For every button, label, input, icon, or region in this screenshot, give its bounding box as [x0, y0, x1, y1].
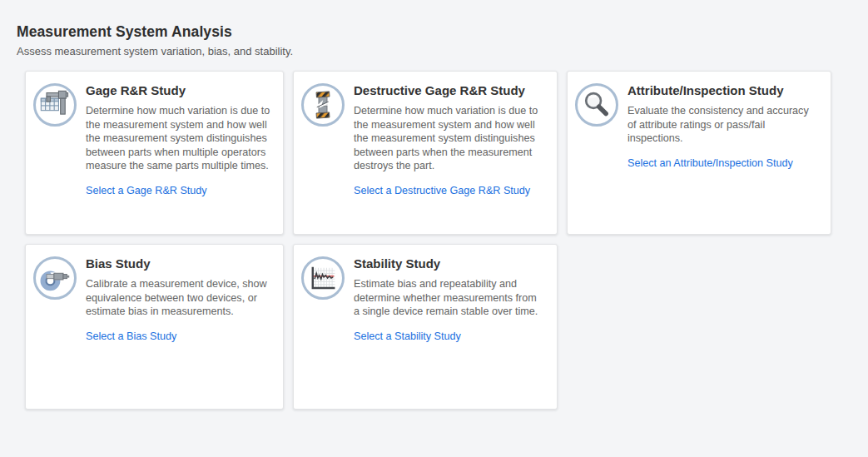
control-chart-icon: [301, 256, 345, 300]
card-description: Estimate bias and repeatability and dete…: [354, 277, 545, 319]
card-description: Determine how much variation is due to t…: [86, 104, 271, 173]
measurement-system-analysis-page: Measurement System Analysis Assess measu…: [0, 0, 868, 457]
card-title: Bias Study: [86, 256, 271, 271]
card-content: Stability Study Estimate bias and repeat…: [354, 256, 545, 343]
card-content: Gage R&R Study Determine how much variat…: [86, 82, 271, 197]
card-description: Calibrate a measurement device, show equ…: [86, 277, 271, 319]
card-content: Attribute/Inspection Study Evaluate the …: [627, 82, 819, 170]
page-title: Measurement System Analysis: [17, 22, 868, 41]
card-bias-study: Bias Study Calibrate a measurement devic…: [25, 244, 284, 410]
select-attribute-inspection-study-link[interactable]: Select an Attribute/Inspection Study: [627, 157, 793, 169]
micrometer-icon: [33, 256, 77, 300]
magnifier-icon: [575, 83, 618, 127]
study-card-grid: Gage R&R Study Determine how much variat…: [25, 71, 868, 410]
card-attribute-inspection-study: Attribute/Inspection Study Evaluate the …: [567, 71, 831, 235]
select-gage-rr-study-link[interactable]: Select a Gage R&R Study: [86, 185, 207, 196]
card-description: Evaluate the consistency and accuracy of…: [627, 104, 819, 146]
card-title: Gage R&R Study: [86, 82, 271, 98]
page-subtitle: Assess measurement system variation, bia…: [17, 45, 868, 58]
card-destructive-gage-rr-study: Destructive Gage R&R Study Determine how…: [293, 71, 558, 235]
card-description: Determine how much variation is due to t…: [354, 104, 545, 173]
card-title: Attribute/Inspection Study: [627, 82, 819, 98]
card-gage-rr-study: Gage R&R Study Determine how much variat…: [25, 71, 284, 235]
page-header: Measurement System Analysis Assess measu…: [0, 0, 868, 58]
card-stability-study: Stability Study Estimate bias and repeat…: [293, 244, 558, 410]
card-content: Bias Study Calibrate a measurement devic…: [86, 256, 271, 343]
select-stability-study-link[interactable]: Select a Stability Study: [354, 330, 461, 342]
card-content: Destructive Gage R&R Study Determine how…: [354, 82, 545, 197]
caliper-grid-icon: [33, 83, 77, 127]
select-destructive-gage-rr-study-link[interactable]: Select a Destructive Gage R&R Study: [354, 185, 530, 196]
destructive-specimen-icon: [301, 83, 345, 127]
card-title: Destructive Gage R&R Study: [354, 82, 545, 98]
select-bias-study-link[interactable]: Select a Bias Study: [86, 330, 176, 342]
card-title: Stability Study: [354, 256, 545, 271]
